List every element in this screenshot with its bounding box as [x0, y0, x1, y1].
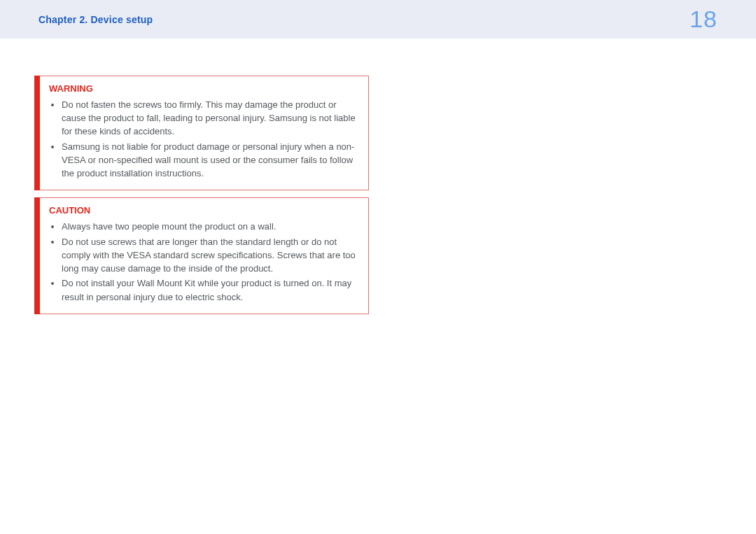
page-header: Chapter 2. Device setup 18: [0, 0, 756, 38]
list-item: Samsung is not liable for product damage…: [62, 140, 358, 181]
warning-list: Do not fasten the screws too firmly. Thi…: [48, 98, 358, 180]
caution-title: CAUTION: [49, 205, 358, 216]
content-column: WARNING Do not fasten the screws too fir…: [34, 76, 369, 321]
warning-box: WARNING Do not fasten the screws too fir…: [34, 76, 369, 190]
caution-list: Always have two people mount the product…: [48, 220, 358, 303]
list-item: Do not use screws that are longer than t…: [62, 235, 358, 276]
page-root: Chapter 2. Device setup 18 WARNING Do no…: [0, 0, 756, 534]
list-item: Do not fasten the screws too firmly. Thi…: [62, 98, 358, 139]
page-number: 18: [690, 6, 718, 33]
chapter-title: Chapter 2. Device setup: [38, 14, 153, 25]
caution-box: CAUTION Always have two people mount the…: [34, 197, 369, 314]
list-item: Do not install your Wall Mount Kit while…: [62, 276, 358, 303]
list-item: Always have two people mount the product…: [62, 220, 358, 233]
warning-title: WARNING: [49, 83, 358, 94]
